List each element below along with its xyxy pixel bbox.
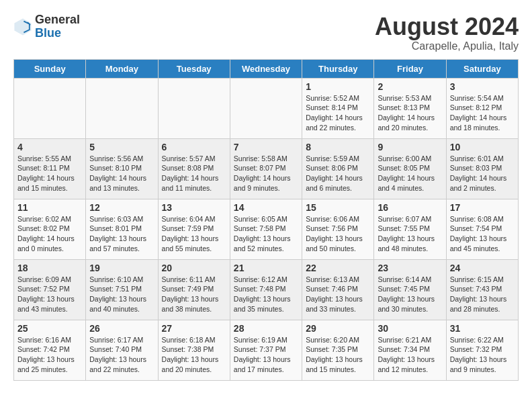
cell-info: Sunrise: 6:15 AM Sunset: 7:43 PM Dayligh… <box>450 275 515 314</box>
date-number: 2 <box>378 81 442 92</box>
date-number: 4 <box>17 142 82 152</box>
header-thursday: Thursday <box>302 59 374 78</box>
table-row: 15Sunrise: 6:06 AM Sunset: 7:56 PM Dayli… <box>302 199 374 259</box>
date-number: 21 <box>234 263 298 273</box>
cell-info: Sunrise: 5:53 AM Sunset: 8:13 PM Dayligh… <box>378 93 442 133</box>
cell-info: Sunrise: 5:57 AM Sunset: 8:08 PM Dayligh… <box>162 154 226 193</box>
date-number: 27 <box>162 323 226 334</box>
table-row: 30Sunrise: 6:21 AM Sunset: 7:34 PM Dayli… <box>374 320 446 380</box>
date-number: 29 <box>306 323 370 334</box>
table-row: 17Sunrise: 6:08 AM Sunset: 7:54 PM Dayli… <box>446 199 518 259</box>
week-row-5: 25Sunrise: 6:16 AM Sunset: 7:42 PM Dayli… <box>14 320 519 380</box>
table-row: 1Sunrise: 5:52 AM Sunset: 8:14 PM Daylig… <box>302 78 374 138</box>
table-row: 7Sunrise: 5:58 AM Sunset: 8:07 PM Daylig… <box>230 138 302 199</box>
date-number: 3 <box>450 81 515 92</box>
date-number: 1 <box>306 81 370 92</box>
table-row: 24Sunrise: 6:15 AM Sunset: 7:43 PM Dayli… <box>446 259 518 320</box>
header-friday: Friday <box>374 59 446 78</box>
cell-info: Sunrise: 6:18 AM Sunset: 7:38 PM Dayligh… <box>162 335 226 375</box>
table-row: 18Sunrise: 6:09 AM Sunset: 7:52 PM Dayli… <box>14 259 86 320</box>
logo: General Blue <box>13 13 80 40</box>
cell-info: Sunrise: 6:01 AM Sunset: 8:03 PM Dayligh… <box>450 154 515 193</box>
table-row: 2Sunrise: 5:53 AM Sunset: 8:13 PM Daylig… <box>374 78 446 138</box>
cell-info: Sunrise: 5:54 AM Sunset: 8:12 PM Dayligh… <box>450 93 515 133</box>
cell-info: Sunrise: 6:08 AM Sunset: 7:54 PM Dayligh… <box>450 214 515 254</box>
date-number: 10 <box>450 142 515 152</box>
table-row: 23Sunrise: 6:14 AM Sunset: 7:45 PM Dayli… <box>374 259 446 320</box>
week-row-3: 11Sunrise: 6:02 AM Sunset: 8:02 PM Dayli… <box>14 199 519 259</box>
date-number: 23 <box>378 263 442 273</box>
cell-info: Sunrise: 5:56 AM Sunset: 8:10 PM Dayligh… <box>89 154 154 193</box>
cell-info: Sunrise: 6:09 AM Sunset: 7:52 PM Dayligh… <box>17 275 82 314</box>
date-number: 20 <box>162 263 226 273</box>
header-tuesday: Tuesday <box>158 59 230 78</box>
table-row: 20Sunrise: 6:11 AM Sunset: 7:49 PM Dayli… <box>158 259 230 320</box>
cell-info: Sunrise: 6:17 AM Sunset: 7:40 PM Dayligh… <box>89 335 154 375</box>
cell-info: Sunrise: 6:00 AM Sunset: 8:05 PM Dayligh… <box>378 154 442 193</box>
table-row: 27Sunrise: 6:18 AM Sunset: 7:38 PM Dayli… <box>158 320 230 380</box>
cell-info: Sunrise: 5:59 AM Sunset: 8:06 PM Dayligh… <box>306 154 370 193</box>
date-number: 6 <box>162 142 226 152</box>
week-row-4: 18Sunrise: 6:09 AM Sunset: 7:52 PM Dayli… <box>14 259 519 320</box>
month-year: August 2024 <box>375 13 519 40</box>
table-row: 31Sunrise: 6:22 AM Sunset: 7:32 PM Dayli… <box>446 320 518 380</box>
cell-info: Sunrise: 6:05 AM Sunset: 7:58 PM Dayligh… <box>234 214 298 254</box>
date-number: 14 <box>234 202 298 213</box>
date-number: 22 <box>306 263 370 273</box>
date-number: 15 <box>306 202 370 213</box>
calendar-table: Sunday Monday Tuesday Wednesday Thursday… <box>13 59 519 381</box>
table-row <box>158 78 230 138</box>
date-number: 28 <box>234 323 298 334</box>
table-row: 9Sunrise: 6:00 AM Sunset: 8:05 PM Daylig… <box>374 138 446 199</box>
cell-info: Sunrise: 6:14 AM Sunset: 7:45 PM Dayligh… <box>378 275 442 314</box>
table-row: 28Sunrise: 6:19 AM Sunset: 7:37 PM Dayli… <box>230 320 302 380</box>
date-number: 7 <box>234 142 298 152</box>
cell-info: Sunrise: 6:11 AM Sunset: 7:49 PM Dayligh… <box>162 275 226 314</box>
header-monday: Monday <box>86 59 158 78</box>
date-number: 24 <box>450 263 515 273</box>
table-row: 25Sunrise: 6:16 AM Sunset: 7:42 PM Dayli… <box>14 320 86 380</box>
date-number: 16 <box>378 202 442 213</box>
table-row: 4Sunrise: 5:55 AM Sunset: 8:11 PM Daylig… <box>14 138 86 199</box>
location: Carapelle, Apulia, Italy <box>375 40 519 52</box>
header-row: Sunday Monday Tuesday Wednesday Thursday… <box>14 59 519 78</box>
week-row-1: 1Sunrise: 5:52 AM Sunset: 8:14 PM Daylig… <box>14 78 519 138</box>
date-number: 13 <box>162 202 226 213</box>
table-row: 8Sunrise: 5:59 AM Sunset: 8:06 PM Daylig… <box>302 138 374 199</box>
cell-info: Sunrise: 6:10 AM Sunset: 7:51 PM Dayligh… <box>89 275 154 314</box>
table-row: 16Sunrise: 6:07 AM Sunset: 7:55 PM Dayli… <box>374 199 446 259</box>
page-header: General Blue August 2024 Carapelle, Apul… <box>13 13 519 52</box>
svg-marker-0 <box>14 18 31 35</box>
date-number: 19 <box>89 263 154 273</box>
cell-info: Sunrise: 5:55 AM Sunset: 8:11 PM Dayligh… <box>17 154 82 193</box>
table-row: 29Sunrise: 6:20 AM Sunset: 7:35 PM Dayli… <box>302 320 374 380</box>
table-row: 21Sunrise: 6:12 AM Sunset: 7:48 PM Dayli… <box>230 259 302 320</box>
cell-info: Sunrise: 6:22 AM Sunset: 7:32 PM Dayligh… <box>450 335 515 375</box>
table-row <box>14 78 86 138</box>
date-number: 31 <box>450 323 515 334</box>
header-saturday: Saturday <box>446 59 518 78</box>
date-number: 8 <box>306 142 370 152</box>
generalblue-logo-icon <box>13 17 32 36</box>
date-number: 26 <box>89 323 154 334</box>
cell-info: Sunrise: 6:07 AM Sunset: 7:55 PM Dayligh… <box>378 214 442 254</box>
cell-info: Sunrise: 6:20 AM Sunset: 7:35 PM Dayligh… <box>306 335 370 375</box>
table-row: 26Sunrise: 6:17 AM Sunset: 7:40 PM Dayli… <box>86 320 158 380</box>
table-row: 10Sunrise: 6:01 AM Sunset: 8:03 PM Dayli… <box>446 138 518 199</box>
table-row <box>230 78 302 138</box>
table-row: 12Sunrise: 6:03 AM Sunset: 8:01 PM Dayli… <box>86 199 158 259</box>
cell-info: Sunrise: 6:02 AM Sunset: 8:02 PM Dayligh… <box>17 214 82 254</box>
date-number: 30 <box>378 323 442 334</box>
cell-info: Sunrise: 6:06 AM Sunset: 7:56 PM Dayligh… <box>306 214 370 254</box>
table-row: 6Sunrise: 5:57 AM Sunset: 8:08 PM Daylig… <box>158 138 230 199</box>
table-row: 3Sunrise: 5:54 AM Sunset: 8:12 PM Daylig… <box>446 78 518 138</box>
week-row-2: 4Sunrise: 5:55 AM Sunset: 8:11 PM Daylig… <box>14 138 519 199</box>
logo-blue: Blue <box>35 26 61 40</box>
table-row: 11Sunrise: 6:02 AM Sunset: 8:02 PM Dayli… <box>14 199 86 259</box>
table-row: 22Sunrise: 6:13 AM Sunset: 7:46 PM Dayli… <box>302 259 374 320</box>
cell-info: Sunrise: 6:16 AM Sunset: 7:42 PM Dayligh… <box>17 335 82 375</box>
date-number: 18 <box>17 263 82 273</box>
cell-info: Sunrise: 6:19 AM Sunset: 7:37 PM Dayligh… <box>234 335 298 375</box>
logo-text: General Blue <box>35 13 80 40</box>
logo-general: General <box>35 13 80 26</box>
